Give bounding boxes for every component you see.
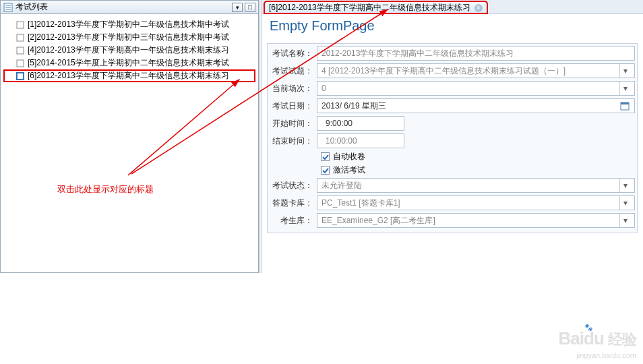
svg-rect-5 [17,34,24,41]
list-item-label: [4]2012-2013学年度下学期高中一年级信息技术期末练习 [28,44,229,56]
list-item-label: [6]2012-2013学年度下学期高中二年级信息技术期末练习 [28,70,229,82]
cardlib-combo[interactable]: PC_Test1 [答题卡库1]▾ [317,195,635,210]
list-item[interactable]: [5]2014-2015学年度上学期初中二年级信息技术期末考试 [3,57,255,69]
list-item-label: [5]2014-2015学年度上学期初中二年级信息技术期末考试 [28,57,229,69]
cardlib-label: 答题卡库： [270,198,317,209]
stulib-combo[interactable]: EE_Examinee_G2 [高二考生库]▾ [317,213,635,228]
chevron-down-icon[interactable]: ▾ [619,64,630,78]
minimize-button[interactable]: ▾ [232,3,243,12]
start-label: 开始时间： [270,118,317,129]
exam-list-panel: 考试列表 ▾ □ [1]2012-2013学年度下学期初中二年级信息技术期中考试… [0,0,259,273]
list-item-label: [1]2012-2013学年度下学期初中二年级信息技术期中考试 [28,19,229,30]
doc-active-icon [16,71,25,81]
checkbox-row[interactable]: 激活考试 [270,164,635,176]
status-label: 考试状态： [270,180,317,191]
chevron-down-icon[interactable]: ▾ [619,214,630,227]
date-label: 考试日期： [270,100,317,112]
end-label: 结束时间： [270,135,317,147]
tab-label: [6]2012-2013学年度下学期高中二年级信息技术期末练习 [269,2,470,13]
name-label: 考试名称： [270,48,317,59]
start-input[interactable]: 9:00:00 [317,116,404,131]
name-input[interactable]: 2012-2013学年度下学期高中二年级信息技术期末练习 [317,46,635,61]
panel-header: 考试列表 ▾ □ [1,1,258,14]
chevron-down-icon[interactable]: ▾ [619,82,630,95]
checkbox-icon[interactable] [321,166,330,175]
checkbox-row[interactable]: 自动收卷 [270,151,635,162]
checkbox-icon[interactable] [321,152,330,161]
checkbox-label: 激活考试 [333,164,365,176]
chevron-down-icon[interactable]: ▾ [619,196,630,210]
watermark: Baid🐾duu 经验 jingyan.baidu.com [559,328,636,360]
end-input[interactable]: 10:00:00 [317,133,404,148]
svg-rect-4 [17,22,24,28]
status-combo[interactable]: 未允许登陆▾ [317,178,635,193]
list-item[interactable]: [1]2012-2013学年度下学期初中二年级信息技术期中考试 [3,18,255,31]
date-input[interactable]: 2013/ 6/19 星期三 [317,98,635,113]
checkbox-label: 自动收卷 [333,151,365,162]
svg-rect-9 [18,73,23,79]
form-section: 考试名称：2012-2013学年度下学期高中二年级信息技术期末练习 考试试题：4… [267,43,638,233]
stulib-label: 考生库： [270,215,317,226]
list-icon [3,3,13,12]
list-item-label: [2]2012-2013学年度下学期初中三年级信息技术期中考试 [28,32,229,43]
page-title: Empty FormPage [262,13,643,38]
doc-icon [16,46,25,55]
paper-label: 考试试题： [270,65,317,77]
session-combo[interactable]: 0▾ [317,81,635,96]
list-item-selected[interactable]: [6]2012-2013学年度下学期高中二年级信息技术期末练习 [3,69,255,82]
calendar-icon[interactable] [619,100,630,111]
paper-combo[interactable]: 4 [2012-2013学年度下学期高中二年级信息技术期末练习试题（一）]▾ [317,63,635,78]
panel-title: 考试列表 [16,1,48,13]
close-icon[interactable]: × [474,4,483,12]
svg-rect-6 [17,47,24,54]
doc-icon [16,59,25,68]
hint-text: 双击此处显示对应的标题 [3,183,255,195]
svg-rect-7 [17,60,24,67]
doc-icon [16,20,25,30]
tab-active[interactable]: [6]2012-2013学年度下学期高中二年级信息技术期末练习 × [264,1,487,13]
form-panel: [6]2012-2013学年度下学期高中二年级信息技术期末练习 × Empty … [262,0,643,273]
tab-bar: [6]2012-2013学年度下学期高中二年级信息技术期末练习 × [262,0,643,13]
session-label: 当前场次： [270,83,317,94]
doc-icon [16,33,25,42]
svg-rect-11 [621,102,629,104]
list-item[interactable]: [4]2012-2013学年度下学期高中一年级信息技术期末练习 [3,44,255,57]
maximize-button[interactable]: □ [245,3,255,12]
list-area: [1]2012-2013学年度下学期初中二年级信息技术期中考试 [2]2012-… [1,14,258,272]
list-item[interactable]: [2]2012-2013学年度下学期初中三年级信息技术期中考试 [3,31,255,44]
chevron-down-icon[interactable]: ▾ [619,179,630,192]
